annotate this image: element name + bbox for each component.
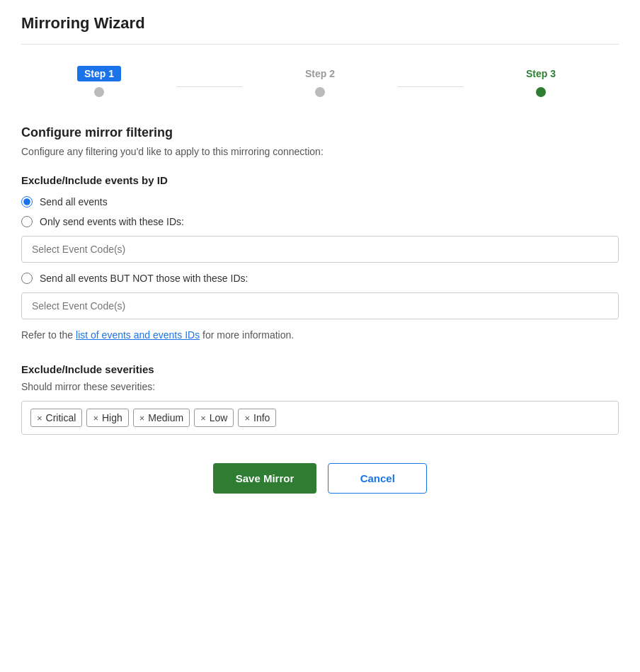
step-2: Step 2	[242, 66, 398, 97]
step-connector-1	[177, 86, 242, 87]
severities-label: Exclude/Include severities	[21, 363, 619, 375]
reference-text-before: Refer to the	[21, 329, 76, 341]
tag-critical-remove[interactable]: ×	[37, 414, 42, 423]
radio-option-2[interactable]: Only send events with these IDs:	[21, 216, 619, 227]
wizard-title: Mirroring Wizard	[21, 14, 619, 45]
step-1-dot	[94, 87, 104, 97]
filter-by-id-section: Exclude/Include events by ID Send all ev…	[21, 174, 619, 341]
radio-send-all[interactable]	[21, 196, 33, 207]
event-code-input-2[interactable]	[21, 292, 619, 319]
tag-critical-label: Critical	[46, 412, 76, 423]
tag-info-remove[interactable]: ×	[244, 414, 250, 423]
radio-option-1[interactable]: Send all events	[21, 196, 619, 207]
reference-text-after: for more information.	[200, 329, 294, 341]
tag-low-label: Low	[210, 412, 228, 423]
section-title: Configure mirror filtering	[21, 125, 619, 140]
cancel-button[interactable]: Cancel	[328, 463, 427, 494]
radio-only-these-ids-label: Only send events with these IDs:	[40, 216, 184, 227]
tag-low-remove[interactable]: ×	[200, 414, 206, 423]
tag-high-remove[interactable]: ×	[93, 414, 98, 423]
tag-medium-remove[interactable]: ×	[139, 414, 145, 423]
tags-container: × Critical × High × Medium × Low × Info	[21, 401, 619, 435]
step-3: Step 3	[463, 66, 619, 97]
tag-low: × Low	[194, 409, 234, 427]
radio-but-not-ids-label: Send all events BUT NOT those with these…	[40, 273, 248, 284]
step-1: Step 1	[21, 66, 177, 97]
step-2-dot	[315, 87, 325, 97]
tag-medium-label: Medium	[148, 412, 183, 423]
buttons-container: Save Mirror Cancel	[21, 463, 619, 494]
filter-by-id-label: Exclude/Include events by ID	[21, 174, 619, 186]
step-2-label: Step 2	[298, 66, 342, 81]
tag-high-label: High	[102, 412, 122, 423]
step-3-label: Step 3	[519, 66, 563, 81]
step-connector-2	[398, 86, 463, 87]
reference-text: Refer to the list of events and events I…	[21, 329, 619, 341]
events-list-link[interactable]: list of events and events IDs	[76, 329, 200, 341]
tag-critical: × Critical	[30, 409, 82, 427]
radio-only-these-ids[interactable]	[21, 216, 33, 227]
steps-container: Step 1 Step 2 Step 3	[21, 66, 619, 97]
save-mirror-button[interactable]: Save Mirror	[213, 463, 317, 494]
step-3-dot	[536, 87, 546, 97]
tag-info: × Info	[238, 409, 276, 427]
step-1-label: Step 1	[77, 66, 121, 81]
severities-description: Should mirror these severities:	[21, 381, 619, 392]
section-description: Configure any filtering you'd like to ap…	[21, 146, 619, 157]
radio-send-all-label: Send all events	[40, 196, 108, 207]
tag-medium: × Medium	[133, 409, 190, 427]
tag-info-label: Info	[253, 412, 270, 423]
radio-but-not-ids[interactable]	[21, 273, 33, 284]
event-code-input-1[interactable]	[21, 236, 619, 263]
wizard-container: Mirroring Wizard Step 1 Step 2 Step 3 Co…	[0, 0, 640, 515]
tag-high: × High	[86, 409, 128, 427]
radio-option-3[interactable]: Send all events BUT NOT those with these…	[21, 273, 619, 284]
severities-section: Exclude/Include severities Should mirror…	[21, 363, 619, 435]
